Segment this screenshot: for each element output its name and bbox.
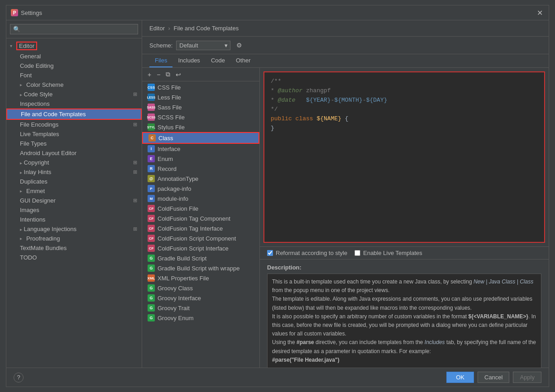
file-item-cf-tag-iface[interactable]: CF ColdFusion Tag Interface — [142, 223, 259, 233]
file-item-sass[interactable]: SASS Sass File — [142, 102, 259, 112]
tab-code[interactable]: Code — [206, 54, 230, 67]
scheme-select[interactable]: Default — [176, 41, 230, 50]
tab-other[interactable]: Other — [230, 54, 256, 67]
groovy-enum-icon: G — [148, 314, 155, 321]
breadcrumb-path2: File and Code Templates — [174, 25, 239, 32]
file-item-record[interactable]: R Record — [142, 164, 259, 174]
sidebar-item-gui-designer[interactable]: GUI Designer ⊞ — [6, 196, 142, 205]
code-editor-panel: /** * @author zhangpf * @date ${YEAR}-${… — [260, 68, 549, 368]
reformat-label: Reformat according to style — [276, 250, 347, 256]
sidebar-item-emmet[interactable]: ▸ Emmet — [6, 186, 142, 196]
file-item-coldfusion[interactable]: CF ColdFusion File — [142, 203, 259, 213]
file-item-package[interactable]: P package-info — [142, 184, 259, 194]
file-item-xml-props[interactable]: XML XML Properties File — [142, 273, 259, 283]
class-icon: C — [148, 134, 156, 142]
file-item-gradle[interactable]: G Gradle Build Script — [142, 253, 259, 263]
file-item-scss[interactable]: SCSS SCSS File — [142, 112, 259, 122]
sidebar-item-todo[interactable]: TODO — [6, 253, 142, 262]
record-icon: R — [148, 165, 155, 172]
search-box — [6, 20, 142, 38]
enum-icon: E — [148, 155, 155, 162]
main-content: ▾ Editor General Code Editing Font ▸ Col… — [6, 20, 549, 368]
file-item-cf-script-comp[interactable]: CF ColdFusion Script Component — [142, 233, 259, 243]
gear-button[interactable]: ⚙ — [234, 40, 244, 50]
code-line-1: /** — [271, 77, 538, 86]
file-list: CSS CSS File LESS Less File SASS Sass Fi… — [142, 81, 259, 368]
sidebar-item-file-code-templates[interactable]: File and Code Templates — [6, 109, 142, 120]
sidebar-item-android-layout[interactable]: Android Layout Editor — [6, 148, 142, 158]
package-icon: P — [148, 185, 155, 192]
sidebar-item-font[interactable]: Font — [6, 71, 142, 80]
file-item-gradle-wrapper[interactable]: G Gradle Build Script with wrappe — [142, 263, 259, 273]
add-button[interactable]: + — [146, 70, 153, 79]
apply-button[interactable]: Apply — [513, 372, 541, 383]
cancel-button[interactable]: Cancel — [478, 372, 509, 383]
file-item-groovy-trait[interactable]: G Groovy Trait — [142, 303, 259, 313]
code-editor[interactable]: /** * @author zhangpf * @date ${YEAR}-${… — [263, 71, 545, 243]
live-templates-checkbox[interactable]: Enable Live Templates — [354, 250, 422, 256]
file-item-cf-script-iface[interactable]: CF ColdFusion Script Interface — [142, 243, 259, 253]
remove-button[interactable]: − — [155, 70, 162, 79]
sidebar-item-color-scheme[interactable]: ▸ Color Scheme — [6, 80, 142, 90]
sidebar-item-general[interactable]: General — [6, 52, 142, 61]
file-item-label: Groovy Class — [158, 285, 193, 292]
undo-button[interactable]: ↩ — [174, 70, 183, 79]
file-item-class[interactable]: C Class — [142, 132, 259, 144]
file-item-module[interactable]: M module-info — [142, 194, 259, 203]
file-item-groovy-class[interactable]: G Groovy Class — [142, 283, 259, 293]
sidebar-item-language-injections[interactable]: ▸ Language Injections ⊞ — [6, 224, 142, 234]
action-buttons: OK Cancel Apply — [446, 372, 541, 383]
live-templates-input[interactable] — [354, 250, 360, 256]
file-item-stylus[interactable]: STYL Stylus File — [142, 122, 259, 132]
sidebar-item-textmate[interactable]: TextMate Bundles — [6, 243, 142, 253]
cf-script-comp-icon: CF — [148, 235, 155, 242]
file-item-label: Stylus File — [158, 124, 185, 131]
tab-includes[interactable]: Includes — [172, 54, 205, 67]
expand-arrow-color: ▸ — [20, 82, 24, 87]
file-item-groovy-enum[interactable]: G Groovy Enum — [142, 313, 259, 323]
file-item-label: AnnotationType — [158, 175, 198, 182]
options-bar: Reformat according to style Enable Live … — [260, 246, 549, 259]
file-item-label: Groovy Interface — [158, 295, 201, 302]
editor-label: Editor — [16, 42, 37, 50]
code-line-7: } — [271, 124, 538, 133]
tab-files[interactable]: Files — [149, 54, 172, 67]
panel-header: Scheme: Default ⚙ — [142, 37, 549, 54]
sidebar-item-intentions[interactable]: Intentions — [6, 215, 142, 224]
code-line-3: * @date ${YEAR}-${MONTH}-${DAY} — [271, 96, 538, 105]
sidebar-item-proofreading[interactable]: ▸ Proofreading — [6, 234, 142, 243]
groovy-class-icon: G — [148, 284, 155, 292]
sidebar-item-code-editing[interactable]: Code Editing — [6, 61, 142, 71]
file-item-less[interactable]: LESS Less File — [142, 92, 259, 102]
sidebar-item-editor[interactable]: ▾ Editor — [6, 40, 142, 52]
close-button[interactable]: ✕ — [535, 8, 544, 17]
search-input[interactable] — [10, 24, 138, 34]
sidebar-item-file-types[interactable]: File Types — [6, 139, 142, 148]
reformat-checkbox[interactable]: Reformat according to style — [267, 250, 347, 256]
interface-icon: I — [148, 145, 155, 152]
ok-button[interactable]: OK — [446, 372, 474, 383]
copy-button[interactable]: ⧉ — [164, 70, 172, 79]
sidebar-item-live-templates[interactable]: Live Templates — [6, 129, 142, 139]
file-item-groovy-iface[interactable]: G Groovy Interface — [142, 293, 259, 303]
sidebar-item-inlay-hints[interactable]: ▸ Inlay Hints ⊞ — [6, 167, 142, 177]
sidebar-item-duplicates[interactable]: Duplicates — [6, 177, 142, 186]
xml-icon: XML — [148, 274, 155, 282]
file-item-annotation[interactable]: @ AnnotationType — [142, 174, 259, 184]
sidebar-item-file-encodings[interactable]: File Encodings ⊞ — [6, 120, 142, 129]
code-line-4: */ — [271, 105, 538, 114]
file-item-cf-tag-comp[interactable]: CF ColdFusion Tag Component — [142, 213, 259, 223]
description-label: Description: — [267, 264, 541, 271]
file-item-interface[interactable]: I Interface — [142, 144, 259, 154]
file-item-enum[interactable]: E Enum — [142, 154, 259, 164]
sidebar-item-copyright[interactable]: ▸ Copyright ⊞ — [6, 158, 142, 167]
sidebar-item-images[interactable]: Images — [6, 205, 142, 215]
file-item-css[interactable]: CSS CSS File — [142, 82, 259, 92]
file-item-label: ColdFusion Script Component — [158, 235, 236, 242]
title-bar: P Settings ✕ — [6, 5, 549, 20]
panel-body: + − ⧉ ↩ CSS CSS File LESS Less File — [142, 68, 549, 368]
help-button[interactable]: ? — [14, 373, 24, 383]
sidebar-item-code-style[interactable]: ▸ Code Style ⊞ — [6, 90, 142, 99]
sidebar-item-inspections[interactable]: Inspections — [6, 99, 142, 109]
reformat-input[interactable] — [267, 250, 273, 256]
